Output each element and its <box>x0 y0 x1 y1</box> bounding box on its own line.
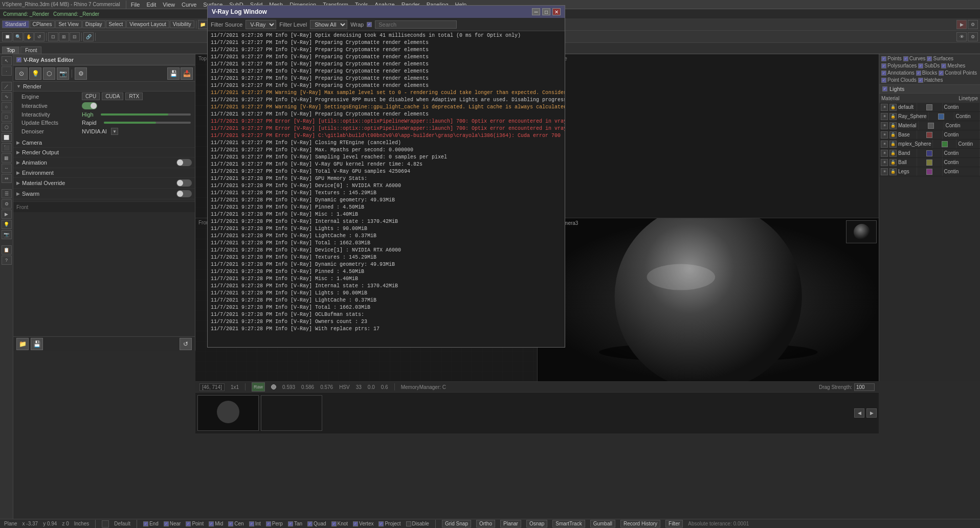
layer-row-band[interactable]: ☀ 🔒 Band Contin <box>879 149 980 158</box>
toolbar-render-btn[interactable]: ▶ <box>956 20 967 29</box>
toolbar2-zoom-extent[interactable]: ⊟ <box>70 32 80 41</box>
toolbar2-rotate[interactable]: ↺ <box>34 32 44 41</box>
section-material-override[interactable]: ▶ Material Override <box>13 178 195 189</box>
ae-btn-camera[interactable]: 📷 <box>57 67 69 80</box>
thumb-render-1[interactable] <box>197 395 259 431</box>
layer-visible-legs[interactable]: ☀ <box>881 168 888 175</box>
tab-display[interactable]: Display <box>82 20 105 28</box>
layer-row-legs[interactable]: ☀ 🔒 Legs Contin <box>879 167 980 176</box>
layer-row-material[interactable]: ☀ 🔒 Material Contin <box>879 121 980 130</box>
animation-toggle[interactable] <box>176 159 192 166</box>
left-tool-history[interactable]: 📋 <box>2 245 12 255</box>
section-swarm[interactable]: ▶ Swarm <box>13 189 195 199</box>
toolbar-settings[interactable]: ⚙ <box>968 20 978 29</box>
left-tool-properties[interactable]: ⚙ <box>2 199 12 209</box>
minimize-button[interactable]: ─ <box>532 8 540 15</box>
left-tool-surface[interactable]: ⬜ <box>2 133 12 142</box>
snap-quad-cb[interactable]: ✓ <box>307 521 313 526</box>
wrap-checkbox[interactable]: ✓ <box>367 22 372 27</box>
ae-btn-geo[interactable]: ⬡ <box>43 67 55 80</box>
section-render-output[interactable]: ▶ Render Output <box>13 148 195 157</box>
tab-standard[interactable]: Standard <box>2 20 29 28</box>
snap-vertex-cb[interactable]: ✓ <box>353 521 358 526</box>
filter-surfaces-cb[interactable]: ✓ <box>927 56 932 61</box>
layer-color-ball[interactable] <box>926 159 932 166</box>
layer-visible-material[interactable]: ☀ <box>881 122 888 129</box>
section-environment[interactable]: ▶ Environment <box>13 168 195 178</box>
filter-polysurfaces-cb[interactable]: ✓ <box>881 63 886 68</box>
snap-tan-cb[interactable]: ✓ <box>288 521 293 526</box>
tab-viewport-layout[interactable]: Viewport Layout <box>126 20 169 28</box>
status-planar[interactable]: Planar <box>500 520 521 527</box>
left-tool-rect[interactable]: □ <box>2 112 12 122</box>
toolbar2-zoom[interactable]: 🔍 <box>13 32 23 41</box>
menu-edit[interactable]: Edit <box>143 1 159 8</box>
toolbar2-settings2[interactable]: ⚙ <box>968 32 978 41</box>
layer-lock-material[interactable]: 🔒 <box>889 122 897 129</box>
ae-btn-import[interactable]: 📥 <box>181 67 193 80</box>
snap-near-cb[interactable]: ✓ <box>164 521 169 526</box>
thumbs-prev[interactable]: ◀ <box>854 408 864 418</box>
tab-select[interactable]: Select <box>106 20 126 28</box>
layer-visible-ball[interactable]: ☀ <box>881 159 888 166</box>
ae-btn-light[interactable]: 💡 <box>29 67 41 80</box>
status-ortho[interactable]: Ortho <box>476 520 495 527</box>
layer-row-base[interactable]: ☀ 🔒 Base Contin <box>879 130 980 140</box>
tab-cplanes[interactable]: CPlanes <box>30 20 55 28</box>
status-gumball[interactable]: Gumball <box>590 520 615 527</box>
layer-row-mplex[interactable]: ☀ 🔒 mplex_Sphere Contin <box>879 140 980 149</box>
engine-rtx[interactable]: RTX <box>125 93 143 100</box>
toolbar2-zoom-selected[interactable]: ⊞ <box>59 32 69 41</box>
ae-btn-save[interactable]: 💾 <box>167 67 180 80</box>
layer-row-default[interactable]: ☀ 🔒 default Contin <box>879 103 980 112</box>
left-tool-curve[interactable]: ∿ <box>2 92 12 101</box>
snap-project-cb[interactable]: ✓ <box>378 521 384 526</box>
tab-visibility[interactable]: Visibility <box>170 20 194 28</box>
section-render[interactable]: ▼ Render <box>13 82 195 91</box>
left-tool-dimension[interactable]: ⇔ <box>2 174 12 183</box>
snap-perp-cb[interactable]: ✓ <box>266 521 271 526</box>
filter-annotations-cb[interactable]: ✓ <box>881 71 886 76</box>
ae-btn-sphere[interactable]: ⊙ <box>15 67 28 80</box>
viewport-render-camera[interactable]: RenderCamera3 <box>538 218 879 382</box>
left-tool-help[interactable]: ? <box>2 256 12 265</box>
toolbar2-perspective[interactable]: 🔲 <box>2 32 12 41</box>
filter-subds-cb[interactable]: ✓ <box>918 63 923 68</box>
left-tool-polygon[interactable]: ⬡ <box>2 123 12 132</box>
thumbs-next[interactable]: ▶ <box>866 408 877 418</box>
filter-hatches-cb[interactable]: ✓ <box>918 78 923 83</box>
filter-control-points-cb[interactable]: ✓ <box>939 71 944 76</box>
layer-visible-ray-sphere[interactable]: ☀ <box>881 113 888 120</box>
ae-bottom-save[interactable]: 💾 <box>31 338 43 350</box>
layer-lock-mplex[interactable]: 🔒 <box>889 141 897 148</box>
layer-lock-band[interactable]: 🔒 <box>889 150 897 157</box>
layer-color-base[interactable] <box>926 132 932 138</box>
left-tool-layer[interactable]: ☰ <box>2 189 12 198</box>
viewport-perspective[interactable]: Perspective <box>538 54 879 218</box>
filter-blocks-cb[interactable]: ✓ <box>916 71 921 76</box>
left-tool-select[interactable]: ↖ <box>2 56 12 65</box>
layer-lock-base[interactable]: 🔒 <box>889 131 897 139</box>
layer-row-ball[interactable]: ☀ 🔒 Ball Contin <box>879 158 980 167</box>
left-tool-point[interactable]: · <box>2 66 12 76</box>
filter-points-cb[interactable]: ✓ <box>881 56 886 61</box>
toolbar2-snap[interactable]: 🔗 <box>83 32 94 41</box>
engine-cpu[interactable]: CPU <box>82 93 100 100</box>
menu-file[interactable]: File <box>128 1 143 8</box>
left-tool-transform[interactable]: ↔ <box>2 164 12 173</box>
material-override-toggle[interactable] <box>176 179 192 187</box>
status-record-history[interactable]: Record History <box>620 520 660 527</box>
left-tool-light[interactable]: 💡 <box>2 220 12 229</box>
ae-btn-settings[interactable]: ⚙ <box>75 67 87 80</box>
layer-row-ray-sphere[interactable]: ☀ 🔒 Ray_Sphere Contin <box>879 112 980 121</box>
asset-editor-checkbox[interactable]: ✓ <box>16 57 21 62</box>
snap-end-cb[interactable]: ✓ <box>143 521 148 526</box>
filter-level-select[interactable]: Show All <box>310 20 347 29</box>
menu-curve[interactable]: Curve <box>179 1 199 8</box>
ae-bottom-refresh[interactable]: ↺ <box>180 338 192 350</box>
maximize-button[interactable]: □ <box>542 8 550 15</box>
layer-visible-base[interactable]: ☀ <box>881 131 888 139</box>
layer-color-ray-sphere[interactable] <box>938 113 944 120</box>
status-filter[interactable]: Filter <box>665 520 683 527</box>
left-tool-render[interactable]: ▶ <box>2 210 12 219</box>
